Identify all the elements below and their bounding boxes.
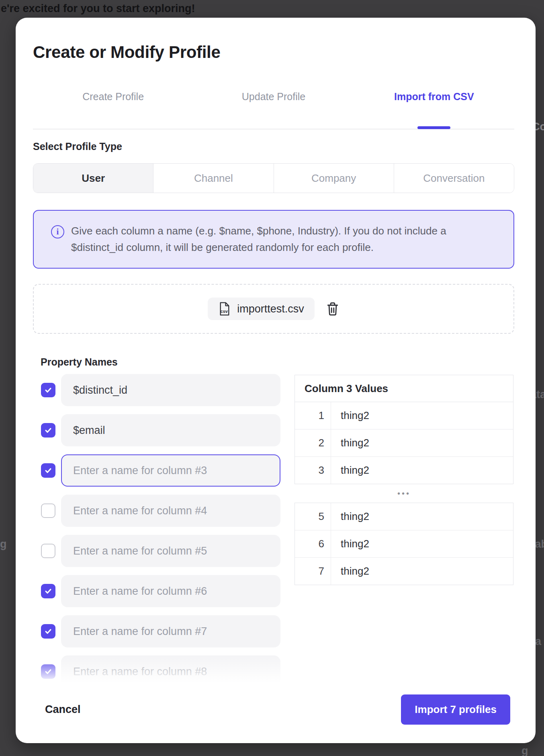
table-row: 5thing2 [295, 503, 513, 530]
table-row: 2thing2 [295, 429, 513, 456]
column-2-checkbox[interactable] [41, 423, 55, 438]
property-row [41, 655, 280, 688]
select-profile-type-label: Select Profile Type [33, 141, 122, 152]
property-row [41, 414, 280, 446]
info-banner-text: Give each column a name (e.g. $name, $ph… [71, 223, 460, 256]
column-4-name-input[interactable] [61, 495, 280, 527]
row-number: 5 [295, 503, 331, 530]
tab-import-from-csv[interactable]: Import from CSV [354, 91, 514, 103]
property-row [41, 575, 280, 607]
background-text: e're excited for you to start exploring! [1, 2, 195, 15]
column-3-name-input[interactable] [61, 454, 280, 487]
property-names-label: Property Names [41, 356, 118, 368]
csv-file-icon: csv [218, 302, 231, 316]
active-tab-underline [417, 126, 450, 129]
tab-create-profile[interactable]: Create Profile [33, 91, 193, 103]
truncated-rows-ellipsis: ••• [294, 484, 513, 503]
row-value: thing2 [331, 429, 513, 456]
profile-type-user[interactable]: User [33, 164, 153, 193]
tabs: Create ProfileUpdate ProfileImport from … [33, 91, 514, 103]
column-1-checkbox[interactable] [41, 383, 55, 397]
table-group: 5thing26thing27thing2 [294, 503, 513, 585]
row-value: thing2 [331, 530, 513, 557]
column-7-checkbox[interactable] [41, 624, 55, 639]
import-profiles-button[interactable]: Import 7 profiles [401, 694, 510, 725]
csv-dropzone[interactable]: csv importtest.csv [33, 284, 514, 334]
row-value: thing2 [331, 402, 513, 429]
row-value: thing2 [331, 558, 513, 585]
property-row [41, 374, 280, 406]
property-row [41, 615, 280, 647]
table-row: 6thing2 [295, 530, 513, 557]
column-1-name-input[interactable] [61, 374, 280, 406]
table-header: Column 3 Values [295, 375, 513, 402]
dialog-footer: Cancel Import 7 profiles [43, 694, 510, 725]
cancel-button[interactable]: Cancel [43, 703, 83, 716]
property-row [41, 454, 280, 487]
row-number: 6 [295, 530, 331, 557]
column-6-name-input[interactable] [61, 575, 280, 607]
dialog-title: Create or Modify Profile [33, 43, 221, 62]
column-4-checkbox[interactable] [41, 503, 55, 518]
profile-type-conversation[interactable]: Conversation [394, 164, 514, 193]
check-icon [44, 466, 53, 475]
info-icon: i [51, 225, 64, 238]
column-5-checkbox[interactable] [41, 544, 55, 558]
trash-icon [326, 302, 339, 316]
preview-table: Column 3 Values1thing22thing23thing2•••5… [294, 375, 513, 585]
background-fragment: a [535, 635, 541, 648]
row-value: thing2 [331, 503, 513, 530]
info-banner: i Give each column a name (e.g. $name, $… [33, 210, 514, 269]
property-row [41, 535, 280, 567]
row-number: 1 [295, 402, 331, 429]
property-row [41, 495, 280, 527]
create-or-modify-profile-dialog: Create or Modify Profile Create ProfileU… [16, 18, 536, 743]
column-2-name-input[interactable] [61, 414, 280, 446]
svg-text:csv: csv [221, 309, 228, 314]
column-5-name-input[interactable] [61, 535, 280, 567]
table-row: 7thing2 [295, 557, 513, 585]
tab-update-profile[interactable]: Update Profile [193, 91, 354, 103]
column-3-checkbox[interactable] [41, 463, 55, 478]
column-8-checkbox[interactable] [41, 664, 55, 679]
profile-type-channel[interactable]: Channel [153, 164, 274, 193]
remove-file-button[interactable] [326, 302, 339, 316]
row-number: 7 [295, 558, 331, 585]
background-fragment: g [0, 538, 7, 551]
column-6-checkbox[interactable] [41, 584, 55, 598]
uploaded-file-name: importtest.csv [237, 303, 304, 315]
check-icon [44, 386, 53, 394]
column-7-name-input[interactable] [61, 615, 280, 647]
check-icon [44, 667, 53, 676]
check-icon [44, 627, 53, 636]
column-8-name-input[interactable] [61, 655, 280, 688]
check-icon [44, 426, 53, 435]
profile-type-selector: UserChannelCompanyConversation [33, 163, 514, 193]
background-fragment: g [522, 745, 528, 756]
table-row: 1thing2 [295, 402, 513, 429]
row-number: 2 [295, 429, 331, 456]
property-rows [41, 374, 280, 688]
profile-type-company[interactable]: Company [274, 164, 394, 193]
check-icon [44, 587, 53, 596]
table-row: 3thing2 [295, 456, 513, 484]
row-number: 3 [295, 457, 331, 484]
table-group: Column 3 Values1thing22thing23thing2 [294, 375, 513, 484]
row-value: thing2 [331, 457, 513, 484]
uploaded-file-chip: csv importtest.csv [208, 298, 315, 320]
